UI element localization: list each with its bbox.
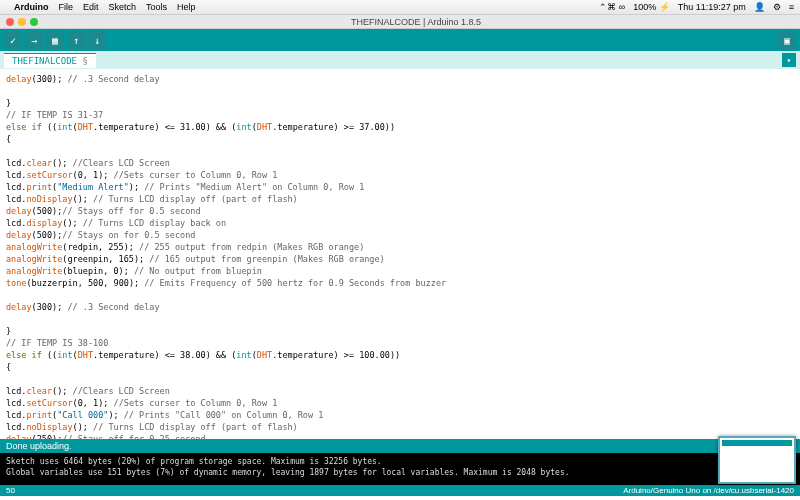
code-line[interactable]: delay(500);// Stays off for 0.5 second	[6, 205, 794, 217]
minimize-window-icon[interactable]	[18, 18, 26, 26]
menubar-status[interactable]: 👤	[754, 2, 765, 12]
window-titlebar: THEFINALCODE | Arduino 1.8.5	[0, 15, 800, 29]
menubar-status[interactable]: 100% ⚡	[633, 2, 670, 12]
tab-suffix: §	[82, 56, 87, 66]
console-line: Global variables use 151 bytes (7%) of d…	[6, 467, 794, 478]
status-bar: Done uploading.	[0, 439, 800, 453]
code-line[interactable]: delay(300); // .3 Second delay	[6, 73, 794, 85]
code-line[interactable]: analogWrite(greenpin, 165); // 165 outpu…	[6, 253, 794, 265]
code-line[interactable]: lcd.setCursor(0, 1); //Sets curser to Co…	[6, 169, 794, 181]
code-line[interactable]: lcd.print("Call 000"); // Prints "Call 0…	[6, 409, 794, 421]
verify-button[interactable]: ✓	[4, 31, 22, 49]
maximize-window-icon[interactable]	[30, 18, 38, 26]
macos-menubar: Arduino FileEditSketchToolsHelp ⌃⌘ ∞100%…	[0, 0, 800, 15]
code-line[interactable]: lcd.display(); // Turns LCD display back…	[6, 217, 794, 229]
code-line[interactable]: {	[6, 133, 794, 145]
menu-file[interactable]: File	[59, 2, 74, 12]
menu-tools[interactable]: Tools	[146, 2, 167, 12]
code-line[interactable]: delay(300); // .3 Second delay	[6, 301, 794, 313]
code-editor[interactable]: delay(300); // .3 Second delay }// IF TE…	[0, 69, 800, 439]
line-number: 50	[6, 486, 15, 495]
output-console[interactable]: Sketch uses 6464 bytes (20%) of program …	[0, 453, 800, 485]
code-line[interactable]: lcd.print("Medium Alert"); // Prints "Me…	[6, 181, 794, 193]
board-port-label: Arduino/Genuino Uno on /dev/cu.usbserial…	[623, 486, 794, 495]
code-line[interactable]	[6, 289, 794, 301]
upload-button[interactable]: →	[25, 31, 43, 49]
sketch-tab[interactable]: THEFINALCODE §	[4, 53, 96, 68]
code-line[interactable]: lcd.noDisplay(); // Turns LCD display of…	[6, 421, 794, 433]
menubar-status[interactable]: ⌃⌘ ∞	[599, 2, 625, 12]
code-line[interactable]	[6, 313, 794, 325]
footer-bar: 50 Arduino/Genuino Uno on /dev/cu.usbser…	[0, 485, 800, 496]
code-line[interactable]: }	[6, 325, 794, 337]
menu-help[interactable]: Help	[177, 2, 196, 12]
code-line[interactable]: // IF TEMP IS 31-37	[6, 109, 794, 121]
code-line[interactable]: delay(500);// Stays on for 0.5 second	[6, 229, 794, 241]
menu-edit[interactable]: Edit	[83, 2, 99, 12]
tab-label: THEFINALCODE	[12, 56, 77, 66]
code-line[interactable]: else if ((int(DHT.temperature) <= 31.00)…	[6, 121, 794, 133]
code-line[interactable]: // IF TEMP IS 38-100	[6, 337, 794, 349]
menubar-status[interactable]: ≡	[789, 2, 794, 12]
window-thumbnail[interactable]	[718, 436, 796, 484]
new-button[interactable]: ▦	[46, 31, 64, 49]
code-line[interactable]: analogWrite(redpin, 255); // 255 output …	[6, 241, 794, 253]
app-name[interactable]: Arduino	[14, 2, 49, 12]
menubar-status[interactable]: ⚙	[773, 2, 781, 12]
code-line[interactable]: lcd.clear(); //Clears LCD Screen	[6, 385, 794, 397]
menu-sketch[interactable]: Sketch	[109, 2, 137, 12]
open-button[interactable]: ↑	[67, 31, 85, 49]
code-line[interactable]: lcd.setCursor(0, 1); //Sets curser to Co…	[6, 397, 794, 409]
serial-monitor-button[interactable]: ▣	[778, 31, 796, 49]
code-line[interactable]: }	[6, 97, 794, 109]
window-title: THEFINALCODE | Arduino 1.8.5	[38, 17, 794, 27]
arduino-toolbar: ✓ → ▦ ↑ ↓ ▣	[0, 29, 800, 51]
code-line[interactable]: lcd.noDisplay(); // Turns LCD display of…	[6, 193, 794, 205]
code-line[interactable]	[6, 145, 794, 157]
code-line[interactable]	[6, 373, 794, 385]
code-line[interactable]: else if ((int(DHT.temperature) <= 38.00)…	[6, 349, 794, 361]
tab-menu-dropdown-icon[interactable]: ▾	[782, 53, 796, 67]
code-line[interactable]: analogWrite(bluepin, 0); // No output fr…	[6, 265, 794, 277]
code-line[interactable]	[6, 85, 794, 97]
code-line[interactable]: {	[6, 361, 794, 373]
close-window-icon[interactable]	[6, 18, 14, 26]
save-button[interactable]: ↓	[88, 31, 106, 49]
code-line[interactable]: lcd.clear(); //Clears LCD Screen	[6, 157, 794, 169]
code-line[interactable]: tone(buzzerpin, 500, 900); // Emits Freq…	[6, 277, 794, 289]
traffic-lights	[6, 18, 38, 26]
menubar-status[interactable]: Thu 11:19:27 pm	[678, 2, 746, 12]
console-line: Sketch uses 6464 bytes (20%) of program …	[6, 456, 794, 467]
tab-bar: THEFINALCODE § ▾	[0, 51, 800, 69]
